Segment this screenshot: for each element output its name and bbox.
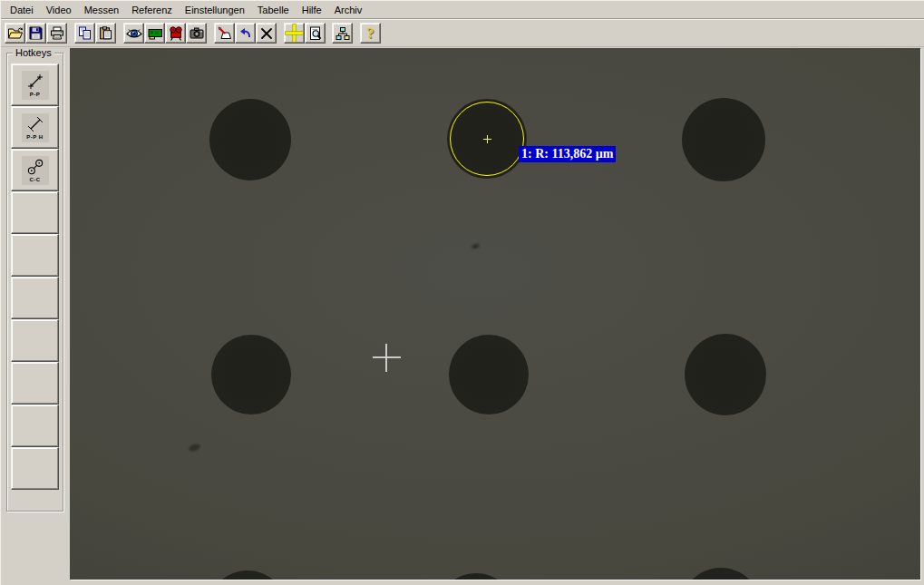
reference-crosshair: [385, 344, 387, 372]
undo-arrow-icon: [238, 27, 252, 39]
dark-circle-feature: [435, 573, 517, 580]
toolbar-group-clipboard: [74, 23, 116, 44]
hotkey-empty-button[interactable]: [11, 277, 59, 319]
measurement-center-mark: [487, 135, 488, 143]
menu-datei[interactable]: Datei: [4, 2, 40, 18]
menu-messen[interactable]: Messen: [78, 2, 126, 18]
undo-button[interactable]: [235, 23, 256, 44]
delete-button[interactable]: [256, 23, 277, 44]
hotkey-label: C-C: [29, 177, 40, 182]
paste-icon: [99, 26, 112, 40]
capture-card-icon: [147, 27, 163, 40]
point-to-point-icon: P-P: [22, 71, 49, 100]
paste-button[interactable]: [95, 23, 116, 44]
printer-icon: [50, 26, 64, 40]
live-view-button[interactable]: [123, 23, 144, 44]
dark-circle-feature: [680, 568, 762, 580]
hotkey-empty-button[interactable]: [11, 234, 59, 277]
dark-circle-feature: [685, 334, 766, 415]
menu-archiv[interactable]: Archiv: [328, 2, 369, 18]
dark-circle-feature: [209, 99, 291, 180]
eraser-icon: [218, 26, 232, 40]
dark-circle-feature: [682, 98, 765, 181]
circle-to-circle-icon: C-C: [22, 156, 49, 185]
toolbar-group-view: [284, 23, 326, 44]
crosshair-icon: [285, 24, 304, 43]
toolbar: ?: [1, 19, 924, 47]
capture-card-button[interactable]: [144, 23, 165, 44]
print-preview-button[interactable]: [305, 23, 326, 44]
menu-referenz[interactable]: Referenz: [125, 2, 179, 18]
photo-camera-button[interactable]: [186, 23, 207, 44]
hotkeys-button-stack: P-P P-P H: [11, 63, 59, 490]
hotkey-empty-button[interactable]: [11, 362, 59, 405]
movie-camera-icon: [169, 26, 183, 41]
dust-speck: [471, 242, 480, 249]
erase-measurement-button[interactable]: [214, 23, 235, 44]
dark-circle-feature: [207, 570, 288, 580]
floppy-disk-icon: [29, 26, 43, 40]
toolbar-group-edit: [214, 23, 277, 44]
menu-bar: Datei Video Messen Referenz Einstellunge…: [1, 1, 924, 19]
dust-speck: [188, 443, 201, 453]
hotkeys-sidebar: Hotkeys P-P: [1, 48, 70, 585]
question-mark-icon: ?: [367, 26, 374, 41]
measurement-result-label[interactable]: 1: R: 113,862 µm: [519, 146, 616, 162]
point-to-line-icon: P-P H: [22, 113, 49, 142]
help-button[interactable]: ?: [360, 23, 381, 44]
measurement-app-window: Datei Video Messen Referenz Einstellunge…: [0, 0, 924, 585]
hotkeys-title: Hotkeys: [13, 47, 54, 58]
hotkey-point-to-line-button[interactable]: P-P H: [11, 106, 59, 149]
copy-icon: [78, 26, 92, 40]
hotkey-point-to-point-button[interactable]: P-P: [11, 63, 59, 106]
dark-circle-feature: [449, 335, 529, 414]
save-button[interactable]: [25, 23, 46, 44]
dark-circle-feature: [211, 335, 291, 414]
measurement-tree-button[interactable]: [332, 23, 353, 44]
menu-einstellungen[interactable]: Einstellungen: [179, 2, 251, 18]
menu-hilfe[interactable]: Hilfe: [296, 2, 328, 18]
hotkey-empty-button[interactable]: [11, 191, 59, 234]
menu-video[interactable]: Video: [40, 2, 78, 18]
toolbar-group-tree: [332, 23, 353, 44]
crosshair-overlay-button[interactable]: [284, 23, 305, 44]
x-icon: [260, 27, 273, 40]
copy-button[interactable]: [74, 23, 95, 44]
print-button[interactable]: [46, 23, 67, 44]
hotkey-empty-button[interactable]: [11, 447, 59, 490]
flowchart-icon: [336, 26, 350, 41]
hotkey-empty-button[interactable]: [11, 319, 59, 362]
photo-camera-icon: [190, 27, 204, 39]
eye-icon: [126, 27, 142, 40]
hotkey-label: P-P H: [26, 134, 43, 140]
toolbar-group-video: [123, 23, 207, 44]
open-file-button[interactable]: [5, 23, 25, 44]
preview-icon: [308, 26, 322, 41]
toolbar-group-file: [5, 23, 67, 44]
open-folder-icon: [7, 26, 24, 40]
video-camera-button[interactable]: [165, 23, 186, 44]
hotkeys-groupbox: Hotkeys P-P: [6, 53, 63, 512]
hotkey-circle-to-circle-button[interactable]: C-C: [11, 149, 59, 191]
menu-tabelle[interactable]: Tabelle: [251, 2, 296, 18]
hotkey-empty-button[interactable]: [11, 405, 59, 447]
toolbar-group-help: ?: [360, 23, 381, 44]
camera-image-viewport[interactable]: 1: R: 113,862 µm: [70, 48, 920, 580]
hotkey-label: P-P: [30, 92, 41, 97]
